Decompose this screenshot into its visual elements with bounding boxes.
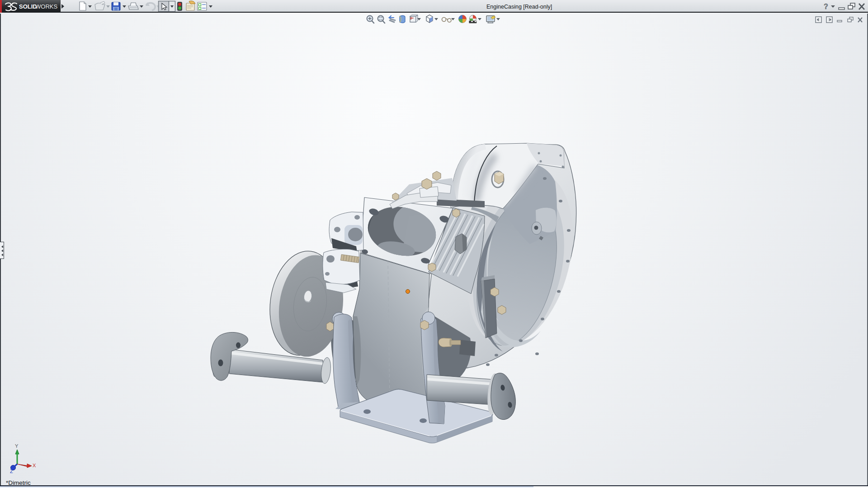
svg-text:X: X — [33, 463, 36, 468]
svg-text:WORKS: WORKS — [35, 3, 57, 10]
svg-text:?: ? — [824, 3, 828, 10]
svg-text:Y: Y — [15, 443, 19, 449]
svg-text:SOLID: SOLID — [19, 3, 37, 10]
svg-text:Z: Z — [10, 469, 13, 474]
